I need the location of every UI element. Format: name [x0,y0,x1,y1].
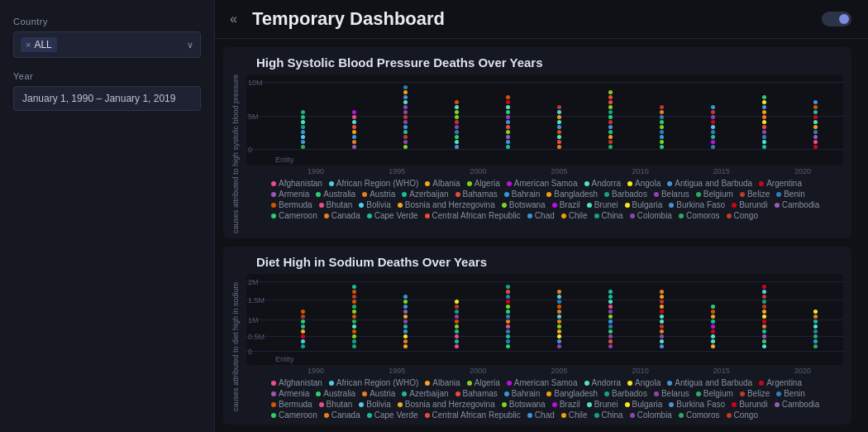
legend-dot [740,192,745,197]
chart-dot [506,110,510,114]
chart-dot [813,329,818,334]
chart-dot [608,115,613,119]
legend-dot [271,203,276,208]
legend-dot [732,203,737,208]
chart-dot [660,290,664,294]
legend-item: Cape Verde [367,211,418,220]
legend-dot [425,381,430,386]
legend-dot [504,192,509,197]
legend-item: Armenia [271,389,309,398]
year-col-2017 [739,285,789,348]
grid-label-0.5m: 0.5M [248,333,265,341]
chart-sodium-y-label: causes attributed to diet high in sodium [231,274,246,420]
legend-item: Burundi [732,400,767,409]
legend-dot [402,192,407,197]
chart-dot [301,319,305,324]
chart-dot [352,305,356,309]
collapse-button[interactable]: « [223,8,244,30]
chart-dot [660,140,664,144]
chart-dot [762,290,766,294]
chart-dot [711,145,715,149]
legend-country-label: Central African Republic [432,410,521,420]
legend-country-label: Armenia [279,389,309,398]
legend-dot [319,203,324,208]
legend-dot [759,181,764,186]
chart-systolic: High Systolic Blood Pressure Deaths Over… [223,47,851,238]
chart-dot [660,339,664,343]
tag-close[interactable]: × [26,40,31,50]
chart-dot [660,295,664,299]
chart-dot [813,339,818,343]
year-col-2008 [585,90,635,149]
chart-dot [506,95,510,99]
legend-item: Burkina Faso [669,400,725,409]
year-col-1999 [432,300,482,348]
legend-dot [625,402,630,407]
legend-country-label: Bahrain [512,190,540,199]
chart-dot [557,319,561,324]
legend-item: Afghanistan [271,179,322,188]
chart-dot [403,135,408,139]
legend-item: American Samoa [507,378,578,387]
legend-dot [425,214,430,218]
axis-entity-label: Entity [275,156,294,164]
legend-dot [561,413,566,418]
legend-item: Argentina [759,179,802,188]
legend-country-label: Comoros [686,410,720,420]
chart-dot [660,110,664,114]
chart-dot [352,145,356,149]
chart-dot [455,334,459,338]
legend-dot [740,391,745,396]
legend-item: Chile [561,211,588,220]
chart-dot [762,100,766,104]
header: « Temporary Dashboard [215,0,868,39]
chart-dot [762,329,766,334]
grid-label-2m: 2M [248,278,259,286]
chart-dot [352,329,356,334]
chart-dot [762,339,766,343]
legend-dot [669,402,674,407]
legend-country-label: Brunei [594,400,618,409]
x-axis-label: 1990 [275,167,356,175]
chart-dot [506,100,510,104]
chart-dot [506,285,510,289]
chart-dot [506,319,510,324]
chart-dot [608,110,613,114]
chart-dot [352,319,356,324]
chart-dot [813,100,818,104]
legend-dot [398,402,403,407]
legend-item: Australia [316,389,355,398]
toggle-switch[interactable] [822,12,851,26]
chart-dot [762,310,766,314]
legend-item: Brazil [552,400,580,409]
chart-dot [301,130,305,134]
legend-dot [776,391,781,396]
chart-dot [608,329,613,334]
legend-country-label: Antigua and Barbuda [675,179,752,188]
chart-dot [711,339,715,343]
legend-dot [455,192,460,197]
chart-dot [506,295,510,299]
chart-systolic-y-label: causes attributed to high systolic blood… [231,74,246,233]
date-range-input[interactable]: January 1, 1990 – January 1, 2019 [13,86,201,111]
chart-dot [711,140,715,144]
legend-dot [359,402,364,407]
legend-country-label: China [602,410,623,420]
x-axis-label: 2010 [600,167,681,175]
legend-item: Belize [740,190,770,199]
chart-dot [352,314,356,319]
page-title: Temporary Dashboard [252,8,813,30]
legend-dot [329,181,334,186]
legend-dot [324,413,329,418]
legend-item: Bahamas [455,389,498,398]
legend-country-label: Afghanistan [279,378,322,387]
country-select[interactable]: × ALL ∨ [13,31,201,58]
legend-country-label: Bhutan [327,200,353,209]
main-panel: « Temporary Dashboard High Systolic Bloo… [215,0,868,432]
legend-country-label: Bosnia and Herzegovina [405,200,495,209]
chart-dot [557,310,561,314]
chart-dot [813,314,818,319]
legend-item: Central African Republic [425,410,521,420]
chart-dot [403,314,408,319]
legend-country-label: Belize [747,389,770,398]
